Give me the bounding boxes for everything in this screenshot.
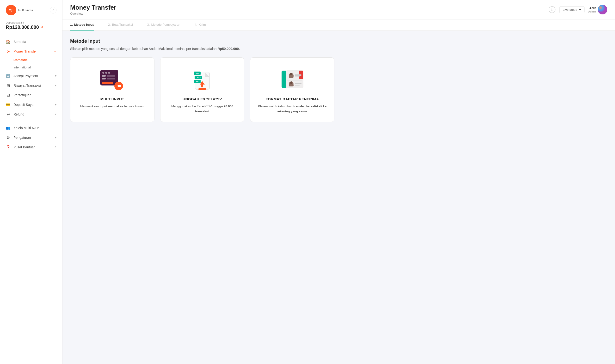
approval-icon: ☑ xyxy=(6,93,11,97)
header-left: Money Transfer Overview xyxy=(70,4,116,15)
chevron-down-icon: ▾ xyxy=(55,136,56,139)
sidebar-item-international[interactable]: International xyxy=(13,64,62,71)
step-2-label: Buat Transaksi xyxy=(112,23,133,26)
svg-rect-28 xyxy=(289,76,294,78)
home-icon: 🏠 xyxy=(6,39,11,44)
user-name: Adit xyxy=(588,6,596,10)
svg-rect-30 xyxy=(295,76,300,77)
step-3-num: 3. xyxy=(147,23,150,26)
help-icon: ❓ xyxy=(6,145,11,150)
svg-point-0 xyxy=(598,5,607,14)
method-card-title: MULTI INPUT xyxy=(100,97,124,101)
sidebar-item-beranda[interactable]: 🏠 Beranda xyxy=(0,37,62,47)
method-card-title: FORMAT DAFTAR PENERIMA xyxy=(266,97,319,101)
deposit-icon: 💳 xyxy=(6,102,11,107)
multi-account-icon: 👥 xyxy=(6,126,11,130)
sidebar-header: flip for Business flip ‹ xyxy=(0,0,62,19)
svg-text:.xls: .xls xyxy=(196,73,199,75)
svg-point-3 xyxy=(105,72,107,74)
money-transfer-subnav: Domestic International xyxy=(0,56,62,71)
chevron-down-icon: ▾ xyxy=(579,8,581,12)
step-3[interactable]: 3. Metode Pembayaran xyxy=(147,19,180,30)
method-cards-grid: MULTI INPUT Memasukkan input manual ke b… xyxy=(70,57,334,122)
breadcrumb: Overview xyxy=(70,12,116,15)
sidebar: flip for Business flip ‹ Deposit saat in… xyxy=(0,0,63,364)
deposit-link-icon[interactable]: ↗ xyxy=(40,26,43,29)
chevron-up-icon: ▲ xyxy=(53,50,56,53)
svg-rect-22 xyxy=(199,88,206,90)
svg-rect-21 xyxy=(201,85,203,87)
sidebar-item-label: Persetujuan xyxy=(13,93,31,97)
step-3-label: Metode Pembayaran xyxy=(151,23,180,26)
logo-icon: flip xyxy=(6,5,16,15)
logo-text: for Business flip xyxy=(18,8,33,12)
header-right: ℹ Live Mode ▾ Adit Admin xyxy=(549,5,607,14)
method-card-format-daftar[interactable]: FORMAT DAFTAR PENERIMA Khusus untuk kebu… xyxy=(250,57,334,122)
svg-rect-12 xyxy=(119,85,121,87)
sidebar-item-label: Deposit Saya xyxy=(13,103,33,107)
svg-rect-8 xyxy=(107,78,115,79)
sidebar-item-label: Pengaturan xyxy=(13,136,31,140)
sidebar-item-deposit[interactable]: 💳 Deposit Saya ▾ xyxy=(0,100,62,109)
svg-rect-6 xyxy=(107,75,115,77)
user-avatar xyxy=(598,5,607,14)
content-title: Metode Input xyxy=(70,39,607,44)
svg-rect-7 xyxy=(102,78,106,79)
step-4-label: Kirim xyxy=(199,23,206,26)
svg-rect-29 xyxy=(295,74,302,76)
chevron-down-icon: ▾ xyxy=(55,113,56,116)
svg-text:.xlsx: .xlsx xyxy=(196,77,201,79)
step-4-num: 4. xyxy=(195,23,197,26)
history-icon: ⊞ xyxy=(6,83,11,88)
nav-divider xyxy=(0,121,62,121)
chevron-down-icon: ▾ xyxy=(55,84,56,87)
deposit-amount: Rp120.000.000 ↗ xyxy=(6,25,56,30)
sidebar-item-kelola[interactable]: 👥 Kelola Multi Akun xyxy=(0,123,62,133)
svg-rect-9 xyxy=(102,82,113,84)
sidebar-item-label: Pusat Bantuan xyxy=(13,145,36,149)
step-2-num: 2. xyxy=(108,23,111,26)
svg-rect-5 xyxy=(102,75,106,77)
info-button[interactable]: ℹ xyxy=(549,6,555,13)
svg-point-27 xyxy=(290,73,292,75)
method-card-excel-csv[interactable]: .xls .xlsx .csv UNGGAH EXCEL/CS xyxy=(160,57,245,122)
method-card-desc: Memasukkan input manual ke banyak tujuan… xyxy=(80,104,144,109)
header: Money Transfer Overview ℹ Live Mode ▾ Ad… xyxy=(63,0,615,19)
method-card-multi-input[interactable]: MULTI INPUT Memasukkan input manual ke b… xyxy=(70,57,154,122)
sidebar-item-refund[interactable]: ↩ Refund ▾ xyxy=(0,109,62,119)
sidebar-item-bantuan[interactable]: ❓ Pusat Bantuan ↗ xyxy=(0,142,62,152)
svg-point-2 xyxy=(102,72,104,74)
method-card-desc: Menggunakan file Excel/CSV hingga 20.000… xyxy=(166,104,239,114)
content-area: Metode Input Silakan pilih metode yang s… xyxy=(63,31,615,364)
step-1-num: 1. xyxy=(70,23,73,26)
svg-rect-35 xyxy=(295,83,302,84)
sidebar-item-accept-payment[interactable]: ⬇️ Accept Payment ▾ xyxy=(0,71,62,81)
mode-selector[interactable]: Live Mode ▾ xyxy=(559,6,585,13)
page-title: Money Transfer xyxy=(70,4,116,11)
svg-text:.csv: .csv xyxy=(195,81,199,83)
svg-rect-34 xyxy=(289,85,294,86)
svg-point-4 xyxy=(108,72,110,74)
sidebar-item-pengaturan[interactable]: ⚙ Pengaturan ▾ xyxy=(0,133,62,142)
sidebar-item-domestic[interactable]: Domestic xyxy=(13,56,62,64)
stepper: 1. Metode Input 2. Buat Transaksi 3. Met… xyxy=(63,19,615,31)
sidebar-item-label: Beranda xyxy=(13,40,26,44)
step-1[interactable]: 1. Metode Input xyxy=(70,19,94,30)
sidebar-item-label: Accept Payment xyxy=(13,74,38,78)
sidebar-item-label: Money Transfer xyxy=(13,50,37,53)
sidebar-item-label: Riwayat Transaksi xyxy=(13,84,41,87)
sidebar-item-label: Refund xyxy=(13,112,24,116)
user-badge: Adit Admin xyxy=(588,5,607,14)
chevron-down-icon: ▾ xyxy=(55,103,56,106)
deposit-label: Deposit saat ini xyxy=(6,21,56,24)
multi-input-icon xyxy=(98,67,127,91)
step-4[interactable]: 4. Kirim xyxy=(195,19,206,30)
collapse-button[interactable]: ‹ xyxy=(50,7,56,13)
step-2[interactable]: 2. Buat Transaksi xyxy=(108,19,133,30)
sidebar-item-money-transfer[interactable]: ➤ Money Transfer ▲ xyxy=(0,47,62,56)
refund-icon: ↩ xyxy=(6,112,11,117)
sidebar-item-riwayat[interactable]: ⊞ Riwayat Transaksi ▾ xyxy=(0,81,62,90)
excel-csv-icon: .xls .xlsx .csv xyxy=(188,67,217,91)
logo: flip for Business flip xyxy=(6,5,33,15)
sidebar-item-persetujuan[interactable]: ☑ Persetujuan xyxy=(0,90,62,100)
